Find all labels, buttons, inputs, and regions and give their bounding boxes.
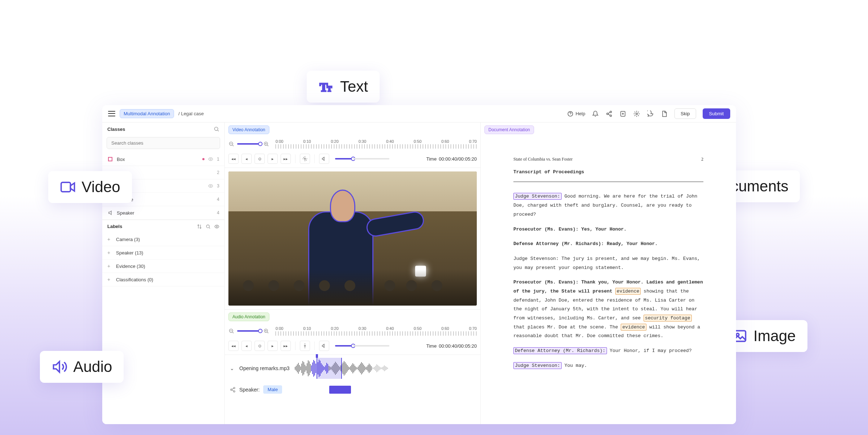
expand-icon[interactable]: + [107, 236, 112, 242]
svg-point-13 [210, 185, 212, 187]
entity-evidence[interactable]: evidence [621, 324, 646, 331]
visibility-icon[interactable] [208, 183, 213, 188]
floating-label-text: TT Text [307, 71, 380, 103]
document-panel: Document Annotation State of Columbia vs… [481, 123, 736, 424]
expand-icon[interactable]: + [107, 263, 112, 269]
audio-track-name: Opening remarks.mp3 [239, 365, 290, 371]
label-item[interactable]: +Evidence (30) [102, 260, 224, 273]
label-item[interactable]: +Classifications (0) [102, 273, 224, 286]
download-icon[interactable] [619, 110, 627, 117]
video-preview[interactable] [228, 171, 477, 306]
svg-point-14 [206, 225, 209, 228]
waveform[interactable] [295, 359, 475, 377]
topbar-actions: Help Skip Submit [567, 108, 730, 119]
svg-point-12 [210, 158, 212, 160]
label-name: Speaker (13) [116, 250, 143, 256]
class-name: Speaker [117, 210, 213, 216]
skip-back-button[interactable]: ◂◂ [228, 154, 239, 164]
entity-judge[interactable]: Judge Stevenson: [513, 193, 562, 200]
class-count: 2 [217, 170, 219, 175]
class-item[interactable]: Speaker 4 [102, 206, 224, 220]
entity-judge[interactable]: Judge Stevenson: [513, 362, 562, 369]
config-button[interactable] [300, 154, 310, 164]
zoom-slider[interactable] [237, 330, 260, 332]
zoom-out-icon[interactable] [228, 328, 234, 334]
zoom-in-icon[interactable] [263, 328, 269, 334]
audio-progress-slider[interactable] [335, 345, 353, 347]
document-page[interactable]: State of Columbia vs. Sean Foster 2 Tran… [495, 144, 722, 387]
svg-rect-25 [61, 182, 71, 192]
floating-label-audio: Audio [40, 351, 124, 383]
skip-button[interactable]: Skip [674, 108, 696, 119]
share-icon[interactable] [605, 110, 613, 117]
video-transport: ◂◂ ◂ ⊙ ▸ ▸▸ Time 00:00:40/00:05:20 [225, 152, 480, 168]
video-progress-slider[interactable] [335, 158, 353, 160]
play-button[interactable]: ⊙ [255, 341, 265, 351]
help-link[interactable]: Help [567, 111, 585, 117]
label-item[interactable]: +Camera (3) [102, 233, 224, 246]
audio-timeline-ruler[interactable]: 0:00 0:10 0:20 0:30 0:40 0:50 0:60 0:70 [276, 326, 477, 336]
eye-icon[interactable] [214, 224, 219, 229]
floating-label-audio-caption: Audio [73, 358, 112, 376]
classes-header: Classes [102, 123, 224, 136]
video-timeline-ruler[interactable]: 0:00 0:10 0:20 0:30 0:40 0:50 0:60 0:70 [276, 139, 477, 149]
volume-button[interactable] [319, 154, 329, 164]
speaker-chip[interactable]: Male [263, 385, 282, 394]
class-item[interactable]: Box 1 [102, 153, 224, 166]
submit-button[interactable]: Submit [703, 108, 730, 119]
segment-bar[interactable] [329, 386, 351, 394]
bell-icon[interactable] [592, 110, 599, 117]
entity-defense-attorney[interactable]: Defense Attorney (Mr. Richards): [513, 347, 607, 354]
svg-point-22 [233, 387, 235, 389]
link-icon [230, 387, 236, 393]
chevron-down-icon[interactable]: ⌄ [230, 365, 234, 371]
skip-back-button[interactable]: ◂◂ [228, 341, 239, 351]
labels-title: Labels [107, 224, 122, 229]
config-button[interactable] [300, 341, 310, 351]
expand-icon[interactable]: + [107, 277, 112, 282]
play-button[interactable]: ⊙ [255, 154, 265, 164]
waveform-selection[interactable] [317, 358, 342, 379]
skip-forward-button[interactable]: ▸▸ [281, 341, 291, 351]
audio-annotation-tag: Audio Annotation [228, 312, 269, 321]
labels-header: Labels [102, 220, 224, 233]
comment-icon[interactable] [647, 110, 654, 117]
zoom-out-icon[interactable] [228, 141, 234, 147]
search-icon[interactable] [214, 126, 219, 132]
menu-button[interactable] [108, 110, 115, 117]
class-count: 3 [217, 183, 219, 188]
class-count: 4 [217, 210, 219, 215]
expand-icon[interactable]: + [107, 250, 112, 256]
zoom-in-icon[interactable] [263, 141, 269, 147]
search-classes-input[interactable] [107, 137, 220, 149]
step-forward-button[interactable]: ▸ [268, 341, 278, 351]
step-back-button[interactable]: ◂ [241, 154, 252, 164]
file-icon[interactable] [661, 110, 668, 117]
settings-icon[interactable] [633, 110, 640, 117]
audio-time-display: Time 00:00:40/00:05:20 [426, 343, 477, 349]
video-icon [60, 179, 76, 195]
label-item[interactable]: +Speaker (13) [102, 246, 224, 260]
zoom-slider[interactable] [237, 143, 260, 145]
breadcrumb-path: / Legal case [178, 111, 204, 116]
entity-evidence[interactable]: evidence [615, 288, 641, 295]
entity-security-footage[interactable]: security footage [644, 315, 692, 322]
text-icon: TT [318, 79, 334, 95]
volume-button[interactable] [319, 341, 329, 351]
step-back-button[interactable]: ◂ [241, 341, 252, 351]
sort-icon[interactable] [197, 224, 202, 229]
labels-section: Labels +Camera (3) +Speaker (13) +Eviden… [102, 220, 224, 286]
visibility-icon[interactable] [208, 157, 213, 162]
search-icon[interactable] [206, 224, 211, 229]
step-forward-button[interactable]: ▸ [268, 154, 278, 164]
color-dot [202, 158, 204, 160]
playhead[interactable] [316, 354, 318, 358]
skip-forward-button[interactable]: ▸▸ [281, 154, 291, 164]
audio-section: Audio Annotation 0:00 0:10 0:20 0:30 [225, 309, 480, 397]
audio-icon [51, 359, 67, 375]
class-count: 1 [217, 157, 219, 162]
svg-point-23 [231, 389, 232, 390]
box-icon [107, 156, 113, 162]
topbar: Multimodal Annotation / Legal case Help … [102, 105, 736, 123]
breadcrumb-project[interactable]: Multimodal Annotation [120, 109, 174, 118]
